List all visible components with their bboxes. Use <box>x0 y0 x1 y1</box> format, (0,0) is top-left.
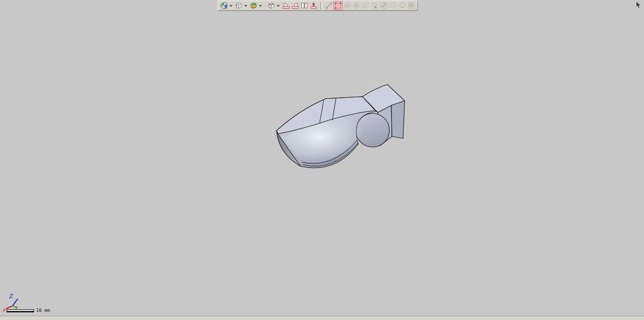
view-orientation-sphere-dropdown[interactable] <box>229 1 233 10</box>
section-view-split-button[interactable] <box>300 1 309 10</box>
section-view-right-icon <box>291 2 299 10</box>
loop-select-icon <box>398 2 406 10</box>
perspective-cube-icon <box>267 2 275 10</box>
circle-select-button <box>343 1 352 10</box>
pencil-edit-button <box>379 1 388 10</box>
scale-bar-label: 10 mm <box>36 308 50 313</box>
toolbar <box>218 1 418 11</box>
chevron-down-icon <box>259 5 262 7</box>
ellipse-select-button <box>352 1 361 10</box>
lift-section-button[interactable] <box>309 1 318 10</box>
rectangle-select-button[interactable] <box>333 1 343 10</box>
axis-x-label: x <box>3 307 6 312</box>
toolbar-separator <box>320 2 322 10</box>
view-orientation-sphere-button[interactable] <box>220 1 229 10</box>
measure-line-button <box>324 1 333 10</box>
section-view-split-icon <box>300 2 309 10</box>
section-view-left-button[interactable] <box>282 1 291 10</box>
cad-model[interactable] <box>272 79 412 178</box>
mouse-cursor <box>636 2 642 9</box>
axis-z-label: Z <box>9 293 14 300</box>
viewport-canvas[interactable]: Z x 10 mm <box>0 0 644 316</box>
status-bar <box>0 316 644 320</box>
lasso-cursor-icon <box>371 2 379 10</box>
chevron-down-icon <box>229 5 233 7</box>
visibility-eye-button <box>407 1 416 10</box>
rectangle-select-icon <box>334 2 342 10</box>
shaded-colormap-cube-dropdown[interactable] <box>258 1 263 10</box>
shaded-colormap-cube-icon <box>250 2 258 10</box>
ellipse-select-icon <box>352 2 360 10</box>
visibility-eye-icon <box>407 2 415 10</box>
circle-select-icon <box>343 2 351 10</box>
lasso-cursor-button <box>370 1 379 10</box>
measure-line-icon <box>325 2 333 10</box>
wireframe-cube-icon <box>235 2 243 10</box>
pencil-edit-icon <box>380 2 388 10</box>
chevron-down-icon <box>277 5 280 7</box>
chevron-down-icon <box>244 5 248 7</box>
lift-section-icon <box>310 2 318 10</box>
freehand-select-icon <box>361 2 370 10</box>
polygon-select-button <box>388 1 397 10</box>
scale-bar-rect <box>7 309 34 312</box>
polygon-select-icon <box>389 2 397 10</box>
freehand-select-button <box>361 1 370 10</box>
view-orientation-sphere-icon <box>220 2 228 10</box>
loop-select-button <box>397 1 407 10</box>
perspective-cube-button[interactable] <box>267 1 276 10</box>
section-view-right-button[interactable] <box>291 1 300 10</box>
wireframe-cube-button[interactable] <box>234 1 243 10</box>
wireframe-cube-dropdown[interactable] <box>243 1 248 10</box>
shaded-colormap-cube-button[interactable] <box>249 1 258 10</box>
perspective-cube-dropdown[interactable] <box>276 1 281 10</box>
section-view-left-icon <box>282 2 290 10</box>
scale-bar: 10 mm <box>7 308 50 313</box>
